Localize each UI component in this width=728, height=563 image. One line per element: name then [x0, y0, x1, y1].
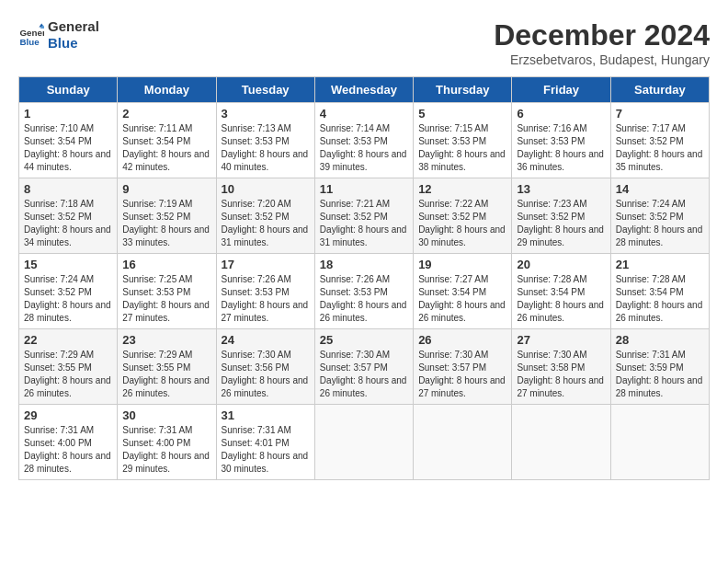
day-number: 29	[24, 408, 112, 422]
day-info: Sunrise: 7:13 AMSunset: 3:53 PMDaylight:…	[222, 122, 310, 174]
logo-line2: Blue	[48, 35, 99, 52]
day-number: 2	[122, 107, 210, 121]
calendar-cell: 20Sunrise: 7:28 AMSunset: 3:54 PMDayligh…	[512, 254, 610, 329]
day-info: Sunrise: 7:26 AMSunset: 3:53 PMDaylight:…	[222, 273, 310, 325]
day-header-tuesday: Tuesday	[216, 77, 314, 103]
calendar-cell: 29Sunrise: 7:31 AMSunset: 4:00 PMDayligh…	[19, 405, 118, 480]
calendar-cell: 11Sunrise: 7:21 AMSunset: 3:52 PMDayligh…	[314, 178, 413, 254]
day-info: Sunrise: 7:29 AMSunset: 3:55 PMDaylight:…	[24, 349, 112, 400]
day-header-monday: Monday	[118, 77, 216, 103]
location: Erzsebetvaros, Budapest, Hungary	[494, 52, 710, 67]
day-number: 8	[24, 182, 112, 196]
day-number: 18	[320, 258, 408, 271]
day-number: 7	[616, 107, 704, 121]
day-header-wednesday: Wednesday	[314, 77, 413, 103]
day-info: Sunrise: 7:31 AMSunset: 3:59 PMDaylight:…	[616, 349, 704, 400]
day-number: 26	[418, 333, 506, 347]
calendar-cell: 30Sunrise: 7:31 AMSunset: 4:00 PMDayligh…	[118, 405, 216, 480]
calendar-cell: 5Sunrise: 7:15 AMSunset: 3:53 PMDaylight…	[414, 103, 512, 178]
day-number: 25	[320, 333, 408, 347]
calendar-cell: 28Sunrise: 7:31 AMSunset: 3:59 PMDayligh…	[610, 329, 709, 405]
day-info: Sunrise: 7:17 AMSunset: 3:52 PMDaylight:…	[616, 122, 704, 174]
day-info: Sunrise: 7:14 AMSunset: 3:53 PMDaylight:…	[320, 122, 408, 174]
day-number: 20	[517, 258, 605, 271]
logo: General Blue General Blue	[18, 18, 99, 52]
day-header-saturday: Saturday	[610, 77, 709, 103]
calendar-table: SundayMondayTuesdayWednesdayThursdayFrid…	[18, 76, 710, 480]
calendar-cell: 22Sunrise: 7:29 AMSunset: 3:55 PMDayligh…	[19, 329, 118, 405]
calendar-cell: 14Sunrise: 7:24 AMSunset: 3:52 PMDayligh…	[610, 178, 709, 254]
day-info: Sunrise: 7:30 AMSunset: 3:56 PMDaylight:…	[222, 349, 310, 400]
day-info: Sunrise: 7:16 AMSunset: 3:53 PMDaylight:…	[517, 122, 605, 174]
day-number: 30	[122, 408, 210, 422]
day-info: Sunrise: 7:22 AMSunset: 3:52 PMDaylight:…	[418, 198, 506, 249]
day-number: 12	[418, 182, 506, 196]
calendar-cell: 23Sunrise: 7:29 AMSunset: 3:55 PMDayligh…	[118, 329, 216, 405]
day-header-friday: Friday	[512, 77, 610, 103]
calendar-cell	[414, 405, 512, 480]
calendar-cell	[610, 405, 709, 480]
day-info: Sunrise: 7:11 AMSunset: 3:54 PMDaylight:…	[122, 122, 210, 174]
day-number: 28	[616, 333, 704, 347]
day-info: Sunrise: 7:26 AMSunset: 3:53 PMDaylight:…	[320, 273, 408, 325]
calendar-cell: 15Sunrise: 7:24 AMSunset: 3:52 PMDayligh…	[19, 254, 118, 329]
calendar-cell: 19Sunrise: 7:27 AMSunset: 3:54 PMDayligh…	[414, 254, 512, 329]
day-number: 14	[616, 182, 704, 196]
day-info: Sunrise: 7:24 AMSunset: 3:52 PMDaylight:…	[24, 273, 112, 325]
day-number: 13	[517, 182, 605, 196]
day-number: 17	[222, 258, 310, 271]
calendar-cell: 6Sunrise: 7:16 AMSunset: 3:53 PMDaylight…	[512, 103, 610, 178]
day-info: Sunrise: 7:24 AMSunset: 3:52 PMDaylight:…	[616, 198, 704, 249]
calendar-cell: 24Sunrise: 7:30 AMSunset: 3:56 PMDayligh…	[216, 329, 314, 405]
day-number: 21	[616, 258, 704, 271]
calendar-cell: 12Sunrise: 7:22 AMSunset: 3:52 PMDayligh…	[414, 178, 512, 254]
day-info: Sunrise: 7:19 AMSunset: 3:52 PMDaylight:…	[122, 198, 210, 249]
day-info: Sunrise: 7:23 AMSunset: 3:52 PMDaylight:…	[517, 198, 605, 249]
calendar-cell: 16Sunrise: 7:25 AMSunset: 3:53 PMDayligh…	[118, 254, 216, 329]
calendar-cell: 27Sunrise: 7:30 AMSunset: 3:58 PMDayligh…	[512, 329, 610, 405]
month-title: December 2024	[494, 18, 710, 52]
page-header: General Blue General Blue December 2024 …	[18, 18, 710, 67]
day-info: Sunrise: 7:25 AMSunset: 3:53 PMDaylight:…	[122, 273, 210, 325]
day-info: Sunrise: 7:30 AMSunset: 3:58 PMDaylight:…	[517, 349, 605, 400]
day-number: 3	[222, 107, 310, 121]
logo-line1: General	[48, 18, 99, 35]
day-info: Sunrise: 7:30 AMSunset: 3:57 PMDaylight:…	[320, 349, 408, 400]
day-info: Sunrise: 7:21 AMSunset: 3:52 PMDaylight:…	[320, 198, 408, 249]
calendar-cell: 9Sunrise: 7:19 AMSunset: 3:52 PMDaylight…	[118, 178, 216, 254]
day-info: Sunrise: 7:31 AMSunset: 4:01 PMDaylight:…	[222, 424, 310, 476]
calendar-cell	[314, 405, 413, 480]
calendar-cell: 13Sunrise: 7:23 AMSunset: 3:52 PMDayligh…	[512, 178, 610, 254]
day-number: 31	[222, 408, 310, 422]
day-number: 6	[517, 107, 605, 121]
day-info: Sunrise: 7:28 AMSunset: 3:54 PMDaylight:…	[616, 273, 704, 325]
logo-icon: General Blue	[18, 22, 44, 48]
calendar-cell: 18Sunrise: 7:26 AMSunset: 3:53 PMDayligh…	[314, 254, 413, 329]
calendar-cell: 26Sunrise: 7:30 AMSunset: 3:57 PMDayligh…	[414, 329, 512, 405]
day-number: 9	[122, 182, 210, 196]
calendar-cell: 10Sunrise: 7:20 AMSunset: 3:52 PMDayligh…	[216, 178, 314, 254]
day-info: Sunrise: 7:31 AMSunset: 4:00 PMDaylight:…	[122, 424, 210, 476]
calendar-cell: 25Sunrise: 7:30 AMSunset: 3:57 PMDayligh…	[314, 329, 413, 405]
calendar-cell: 8Sunrise: 7:18 AMSunset: 3:52 PMDaylight…	[19, 178, 118, 254]
day-number: 4	[320, 107, 408, 121]
calendar-cell	[512, 405, 610, 480]
day-number: 19	[418, 258, 506, 271]
day-info: Sunrise: 7:27 AMSunset: 3:54 PMDaylight:…	[418, 273, 506, 325]
day-number: 16	[122, 258, 210, 271]
day-number: 24	[222, 333, 310, 347]
day-number: 27	[517, 333, 605, 347]
calendar-cell: 21Sunrise: 7:28 AMSunset: 3:54 PMDayligh…	[610, 254, 709, 329]
day-info: Sunrise: 7:20 AMSunset: 3:52 PMDaylight:…	[222, 198, 310, 249]
day-number: 10	[222, 182, 310, 196]
day-number: 23	[122, 333, 210, 347]
day-info: Sunrise: 7:15 AMSunset: 3:53 PMDaylight:…	[418, 122, 506, 174]
calendar-cell: 3Sunrise: 7:13 AMSunset: 3:53 PMDaylight…	[216, 103, 314, 178]
day-info: Sunrise: 7:18 AMSunset: 3:52 PMDaylight:…	[24, 198, 112, 249]
day-info: Sunrise: 7:10 AMSunset: 3:54 PMDaylight:…	[24, 122, 112, 174]
title-area: December 2024 Erzsebetvaros, Budapest, H…	[494, 18, 710, 67]
day-number: 5	[418, 107, 506, 121]
day-header-sunday: Sunday	[19, 77, 118, 103]
day-info: Sunrise: 7:31 AMSunset: 4:00 PMDaylight:…	[24, 424, 112, 476]
calendar-cell: 7Sunrise: 7:17 AMSunset: 3:52 PMDaylight…	[610, 103, 709, 178]
